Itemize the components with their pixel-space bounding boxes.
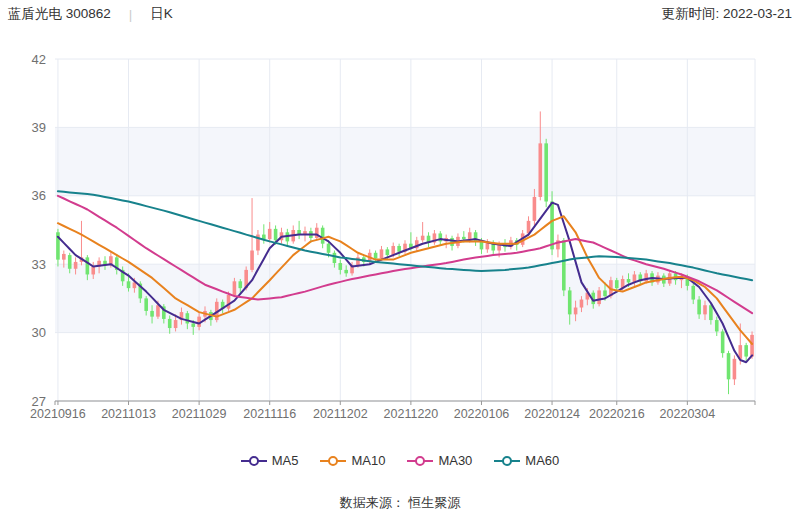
legend-item-ma60[interactable]: MA60: [494, 453, 559, 468]
candle: [238, 281, 242, 288]
svg-text:20211220: 20211220: [384, 407, 439, 421]
candle: [544, 143, 548, 201]
candle: [691, 286, 695, 300]
candle: [86, 257, 90, 274]
candle: [344, 270, 348, 273]
legend-marker-icon: [494, 455, 520, 467]
kline-widget: 蓝盾光电 300862 | 日K 更新时间: 2022-03-21 273033…: [0, 0, 800, 517]
chart-legend: MA5MA10MA30MA60: [0, 453, 800, 468]
svg-text:33: 33: [32, 257, 46, 272]
svg-text:36: 36: [32, 188, 46, 203]
candle: [497, 245, 501, 251]
candle: [703, 305, 707, 314]
candle: [268, 229, 272, 239]
legend-marker-icon: [407, 455, 433, 467]
candle: [603, 290, 607, 296]
svg-text:20220216: 20220216: [589, 407, 645, 421]
svg-text:20220124: 20220124: [524, 407, 580, 421]
candle: [62, 254, 66, 260]
svg-text:42: 42: [32, 52, 46, 67]
legend-label: MA60: [525, 453, 559, 468]
candle: [174, 320, 178, 328]
candle: [721, 331, 725, 353]
plot-band: [55, 264, 755, 332]
candle: [338, 263, 342, 270]
candle: [697, 300, 701, 315]
candle: [74, 262, 78, 269]
candle: [233, 281, 237, 295]
svg-text:20220106: 20220106: [454, 407, 510, 421]
candle: [144, 298, 148, 311]
candle: [562, 240, 566, 290]
candle: [191, 323, 195, 326]
candle: [374, 253, 378, 259]
candle: [468, 232, 472, 239]
y-axis: 273033363942: [32, 52, 755, 409]
candle: [397, 246, 401, 252]
svg-text:20211202: 20211202: [313, 407, 368, 421]
candle: [250, 251, 254, 270]
candle: [333, 253, 337, 263]
candle: [709, 305, 713, 320]
svg-text:39: 39: [32, 120, 46, 135]
candle: [421, 236, 425, 241]
candle: [727, 353, 731, 379]
candle: [186, 313, 190, 323]
candle: [227, 295, 231, 309]
candle: [615, 280, 619, 288]
legend-label: MA10: [351, 453, 385, 468]
candle: [533, 197, 537, 221]
plot-band: [55, 127, 755, 195]
candle: [538, 143, 542, 197]
x-axis: 2021091620211013202110292021111620211202…: [30, 401, 755, 421]
data-source: 数据来源： 恒生聚源: [0, 494, 800, 512]
svg-text:20211013: 20211013: [101, 407, 156, 421]
candle: [550, 202, 554, 250]
candle: [380, 249, 384, 258]
candle: [480, 241, 484, 249]
candle: [574, 308, 578, 315]
svg-text:30: 30: [32, 325, 46, 340]
candle: [68, 255, 72, 269]
legend-item-ma5[interactable]: MA5: [241, 453, 299, 468]
candle: [321, 228, 325, 244]
svg-text:20211029: 20211029: [172, 407, 227, 421]
candle: [627, 279, 631, 282]
candle: [597, 290, 601, 304]
legend-marker-icon: [241, 455, 267, 467]
legend-label: MA5: [272, 453, 299, 468]
candle: [715, 320, 719, 331]
legend-marker-icon: [320, 455, 346, 467]
candle: [150, 311, 154, 317]
kline-chart[interactable]: 2730333639422021091620211013202110292021…: [0, 0, 800, 432]
legend-item-ma10[interactable]: MA10: [320, 453, 385, 468]
svg-text:20220304: 20220304: [660, 407, 716, 421]
candle: [568, 290, 572, 314]
legend-item-ma30[interactable]: MA30: [407, 453, 472, 468]
svg-text:20210916: 20210916: [30, 407, 86, 421]
candle: [486, 243, 490, 250]
candle: [733, 359, 737, 380]
candle: [580, 300, 584, 308]
candle: [91, 266, 95, 274]
legend-label: MA30: [438, 453, 472, 468]
candle: [386, 249, 390, 255]
candle: [127, 281, 131, 288]
candle: [744, 345, 748, 356]
candle: [156, 305, 160, 316]
candle: [750, 335, 754, 357]
svg-text:20211116: 20211116: [243, 407, 296, 421]
candle: [327, 244, 331, 253]
candle: [168, 319, 172, 328]
candle: [274, 229, 278, 240]
candle: [462, 237, 466, 239]
candle: [109, 256, 113, 264]
